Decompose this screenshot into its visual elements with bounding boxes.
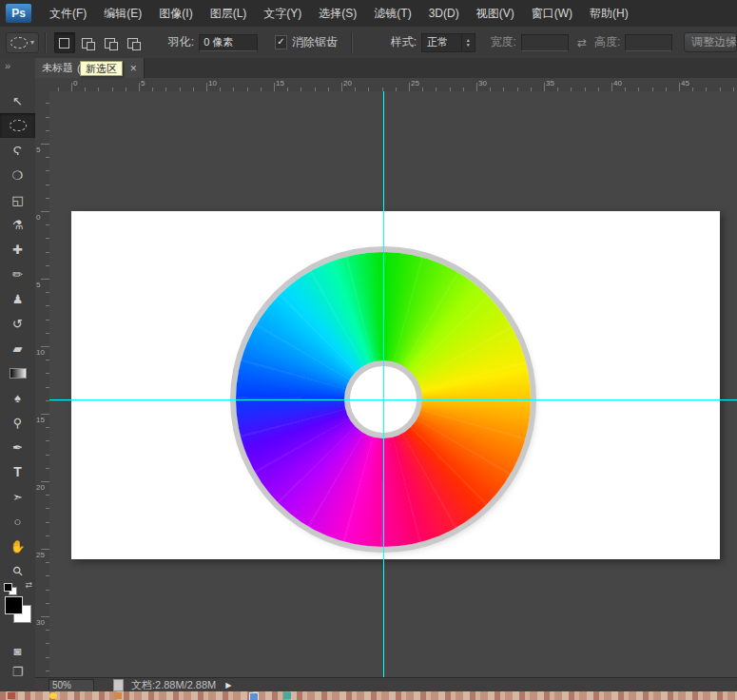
menu-item-7[interactable]: 滤镜(T) [365,0,419,27]
clone-stamp-tool[interactable]: ♟ [0,286,35,311]
move-tool[interactable]: ↖ [0,88,35,113]
taskbar-icon [49,692,57,699]
swap-dimensions-icon: ⇄ [577,36,587,49]
mini-foreground [4,583,12,592]
ruler-label: 35 [546,79,554,88]
ruler-label: 5 [36,146,40,154]
history-brush-tool[interactable]: ↺ [0,311,35,336]
path-selection-tool-icon: ➣ [12,490,23,504]
photoshop-logo: Ps [6,4,31,23]
collapse-panel-button[interactable]: » [5,60,10,71]
dodge-tool[interactable]: ⚲ [0,410,35,435]
intersect-with-selection-button[interactable] [123,32,144,53]
quick-mask-button[interactable]: ◙ [0,640,35,661]
menu-bar: Ps 文件(F)编辑(E)图像(I)图层(L)文字(Y)选择(S)滤镜(T)3D… [0,0,737,28]
menu-item-3[interactable]: 图像(I) [150,0,201,27]
menu-item-1[interactable]: 文件(F) [41,0,95,27]
hand-tool[interactable]: ✋ [0,534,35,558]
blur-tool[interactable]: ♠ [0,385,35,410]
ruler-tick [476,83,477,91]
ruler-corner [35,78,50,92]
ruler-label: 0 [73,79,77,88]
subtract-from-selection-icon [109,42,118,50]
feather-input[interactable] [199,34,258,51]
tool-preset-picker[interactable]: ▾ [6,32,39,53]
ellipse-shape-tool[interactable]: ○ [0,509,35,534]
canvas-viewport[interactable] [49,91,737,677]
taskbar-icon [249,692,259,700]
ruler-label: 15 [36,416,45,424]
zoom-level-field[interactable]: 50% [48,679,94,692]
gradient-tool[interactable] [0,360,35,385]
path-selection-tool[interactable]: ➣ [0,484,35,509]
ruler-label: 5 [141,79,145,88]
healing-brush-tool-icon: ✚ [12,243,23,257]
height-input [625,34,672,51]
ruler-label: 20 [36,483,45,492]
ruler-label: 25 [411,79,419,88]
default-colors-icon[interactable] [4,583,17,594]
desktop-wallpaper-strip [0,691,737,700]
menu-item-9[interactable]: 视图(V) [468,0,523,27]
move-tool-icon: ↖ [12,94,23,108]
eyedropper-tool[interactable]: ⚗ [0,212,35,237]
eyedropper-tool-icon: ⚗ [12,218,24,232]
horizontal-guide[interactable] [49,399,737,400]
menu-item-11[interactable]: 帮助(H) [581,0,637,27]
new-selection-tooltip: 新选区 [80,61,123,76]
ruler-label: 45 [681,79,689,88]
spinner-arrows-icon[interactable]: ▲▼ [461,34,475,51]
lasso-tool-icon: Ϛ [13,144,22,158]
close-icon[interactable]: × [130,62,137,75]
lasso-tool[interactable]: Ϛ [0,138,35,163]
ruler-label: 10 [36,348,45,357]
menu-item-2[interactable]: 编辑(E) [95,0,150,27]
ruler-tick [41,481,49,482]
horizontal-ruler[interactable]: 051015202530354045 [49,78,737,92]
crop-tool-icon: ◱ [11,193,23,207]
add-to-selection-icon [87,42,95,50]
document-size-info: 文档:2.88M/2.88M [131,678,216,692]
pen-tool[interactable]: ✒ [0,435,35,459]
quick-selection-tool[interactable]: ❍ [0,163,35,187]
type-tool[interactable]: T [0,459,35,484]
vertical-ruler[interactable]: 5051015202530 [35,91,50,677]
refine-edge-button: 调整边缘 [684,32,737,52]
new-selection-button[interactable] [54,32,75,53]
ruler-tick [341,83,342,91]
ruler-tick [41,549,49,550]
separator [45,32,47,53]
healing-brush-tool[interactable]: ✚ [0,237,35,262]
ruler-label: 25 [36,551,45,559]
status-expand-arrow[interactable]: ▶ [225,681,231,690]
ruler-label: 30 [36,618,45,627]
vertical-guide[interactable] [383,91,384,677]
color-swatches-widget: ⇄ [0,583,35,638]
dodge-tool-icon: ⚲ [13,416,23,430]
menu-item-6[interactable]: 选择(S) [310,0,365,27]
menu-item-8[interactable]: 3D(D) [420,0,468,27]
antialias-checkbox[interactable]: ✓ [275,35,287,49]
ruler-tick [274,83,275,91]
screen-mode-button[interactable]: ❐ [0,661,35,682]
crop-tool[interactable]: ◱ [0,187,35,212]
subtract-from-selection-button[interactable] [100,32,121,53]
add-to-selection-button[interactable] [77,32,98,53]
menu-item-5[interactable]: 文字(Y) [255,0,310,27]
pen-tool-icon: ✒ [12,440,23,455]
swap-colors-icon[interactable]: ⇄ [25,580,32,590]
document-status-icon [113,679,124,691]
elliptical-marquee-icon [10,37,28,49]
style-dropdown[interactable]: 正常 ▲▼ [421,33,475,52]
elliptical-marquee-tool[interactable] [0,113,35,138]
eraser-tool[interactable]: ▰ [0,336,35,360]
foreground-color-swatch[interactable] [5,596,23,614]
menu-item-4[interactable]: 图层(L) [202,0,256,27]
taskbar-icon [283,692,291,699]
menu-item-10[interactable]: 窗口(W) [523,0,581,27]
wallpaper-texture [0,691,737,700]
ruler-tick [139,83,140,91]
hand-tool-icon: ✋ [10,539,25,554]
brush-tool[interactable]: ✏ [0,262,35,286]
height-label: 高度: [594,34,620,50]
